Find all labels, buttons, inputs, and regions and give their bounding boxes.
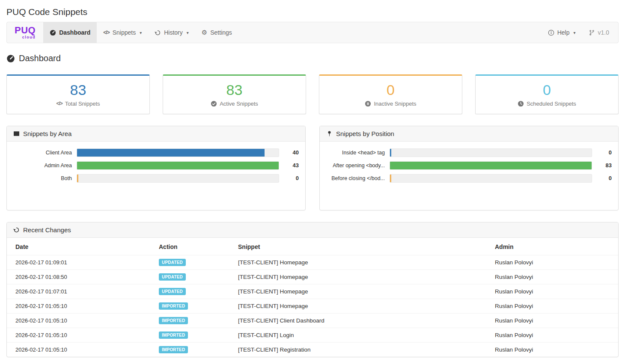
bar-row: Client Area 40 (13, 148, 299, 157)
nav-item-snippets[interactable]: </> Snippets ▾ (97, 22, 148, 43)
branch-icon (589, 30, 595, 36)
action-badge: IMPORTED (159, 317, 188, 324)
cell-admin: Ruslan Polovyi (486, 313, 618, 328)
cell-snippet: [TEST-CLIENT] Homepage (229, 284, 486, 299)
table-row: 2026-02-17 01:09:01 UPDATED [TEST-CLIENT… (7, 255, 618, 269)
nav-item-help[interactable]: Help ▾ (542, 22, 582, 43)
bar-label: Inside <head> tag (326, 150, 390, 156)
table-row: 2026-02-17 01:08:50 UPDATED [TEST-CLIENT… (7, 269, 618, 284)
table-header-row: Date Action Snippet Admin (7, 238, 618, 255)
stat-label: Inactive Snippets (324, 101, 458, 107)
code-icon: </> (103, 30, 109, 36)
bar-value: 40 (279, 149, 299, 156)
cell-admin: Ruslan Polovyi (486, 269, 618, 284)
info-icon (548, 30, 554, 36)
table-row: 2026-02-17 01:05:10 IMPORTED [TEST-CLIEN… (7, 313, 618, 328)
pin-icon (326, 130, 333, 137)
bar-track (390, 174, 592, 183)
panel-header: Snippets by Area (7, 126, 305, 142)
action-badge: UPDATED (159, 288, 186, 295)
cell-action: IMPORTED (150, 342, 229, 357)
table-row: 2026-02-17 01:05:10 IMPORTED [TEST-CLIEN… (7, 328, 618, 342)
stat-label-text: Inactive Snippets (374, 101, 416, 107)
stat-card-active: 83 Active Snippets (163, 74, 306, 114)
panel-title: Recent Changes (23, 226, 71, 234)
page-title: PUQ Code Snippets (6, 7, 619, 17)
bar-label: Both (13, 175, 77, 181)
bar-fill (77, 175, 78, 182)
cell-date: 2026-02-17 01:08:50 (7, 269, 150, 284)
table-row: 2026-02-17 01:05:10 IMPORTED [TEST-CLIEN… (7, 299, 618, 313)
stat-label-text: Active Snippets (220, 101, 258, 107)
stat-cards: 83 </> Total Snippets 83 Active Snippets… (6, 74, 619, 114)
stat-value: 0 (480, 81, 614, 99)
cell-snippet: [TEST-CLIENT] Client Dashboard (229, 313, 486, 328)
nav-right: Help ▾ v1.0 (542, 22, 618, 43)
nav-item-version[interactable]: v1.0 (582, 22, 616, 43)
nav-item-settings[interactable]: ⚙ Settings (195, 22, 238, 43)
bar-fill (77, 162, 279, 169)
recent-changes-panel: Recent Changes Date Action Snippet Admin… (6, 222, 619, 357)
bar-track (390, 161, 592, 170)
cell-admin: Ruslan Polovyi (486, 299, 618, 313)
bar-track (390, 148, 592, 157)
bar-row: Admin Area 43 (13, 161, 299, 170)
nav-label: Help (557, 29, 570, 36)
cell-snippet: [TEST-CLIENT] Login (229, 328, 486, 342)
action-badge: UPDATED (159, 259, 186, 266)
puq-logo[interactable]: PUQ cloud (7, 22, 43, 43)
dashboard-heading-label: Dashboard (19, 53, 61, 63)
action-badge: IMPORTED (159, 331, 188, 339)
bar-fill (390, 162, 592, 169)
table-row: 2026-02-17 01:05:10 IMPORTED [TEST-CLIEN… (7, 342, 618, 357)
stat-card-scheduled: 0 Scheduled Snippets (475, 74, 619, 114)
cell-date: 2026-02-17 01:05:10 (7, 313, 150, 328)
snippets-by-area-panel: Snippets by Area Client Area 40 Admin Ar… (6, 126, 306, 210)
stat-label: Active Snippets (167, 101, 301, 107)
bar-label: Client Area (13, 150, 77, 156)
stat-value: 83 (11, 81, 145, 99)
nav-item-history[interactable]: History ▾ (148, 22, 195, 43)
bar-label: After opening <body... (326, 163, 390, 169)
nav-label: Dashboard (59, 29, 90, 36)
bar-row: Before closing </bod... 0 (326, 174, 612, 183)
stat-label-text: Total Snippets (65, 101, 100, 107)
bar-value: 43 (279, 162, 299, 169)
panel-title: Snippets by Position (336, 130, 394, 137)
dashboard-heading: Dashboard (6, 53, 619, 63)
cell-admin: Ruslan Polovyi (486, 342, 618, 357)
stat-label-text: Scheduled Snippets (527, 101, 576, 107)
chevron-down-icon: ▾ (574, 30, 576, 35)
position-chart: Inside <head> tag 0 After opening <body.… (320, 142, 618, 210)
cell-action: UPDATED (150, 269, 229, 284)
bar-fill (390, 149, 391, 157)
cell-action: IMPORTED (150, 328, 229, 342)
cell-date: 2026-02-17 01:07:01 (7, 284, 150, 299)
snippets-by-position-panel: Snippets by Position Inside <head> tag 0… (319, 126, 619, 210)
bar-fill (390, 175, 391, 182)
cell-action: IMPORTED (150, 299, 229, 313)
nav-label: Settings (210, 29, 232, 36)
logo-subtext: cloud (22, 36, 36, 39)
stat-card-inactive: 0 Inactive Snippets (319, 74, 462, 114)
bar-row: Inside <head> tag 0 (326, 148, 612, 157)
cell-date: 2026-02-17 01:09:01 (7, 255, 150, 269)
cell-action: IMPORTED (150, 313, 229, 328)
nav-item-dashboard[interactable]: Dashboard (43, 22, 97, 43)
nav-label: History (164, 29, 183, 36)
nav-left: Dashboard </> Snippets ▾ History ▾ ⚙ Set… (43, 22, 238, 43)
cell-action: UPDATED (150, 255, 229, 269)
area-chart: Client Area 40 Admin Area 43 Both (7, 142, 305, 210)
logo-text: PUQ (15, 26, 36, 35)
history-icon (155, 30, 161, 36)
action-badge: IMPORTED (159, 346, 188, 353)
history-icon (13, 227, 20, 233)
gear-icon: ⚙ (202, 29, 207, 36)
dashboard-icon (50, 30, 56, 36)
panel-title: Snippets by Area (23, 130, 71, 137)
table-row: 2026-02-17 01:07:01 UPDATED [TEST-CLIENT… (7, 284, 618, 299)
cell-snippet: [TEST-CLIENT] Registration (229, 342, 486, 357)
panel-header: Recent Changes (7, 222, 618, 238)
cell-admin: Ruslan Polovyi (486, 328, 618, 342)
code-icon: </> (56, 101, 62, 107)
